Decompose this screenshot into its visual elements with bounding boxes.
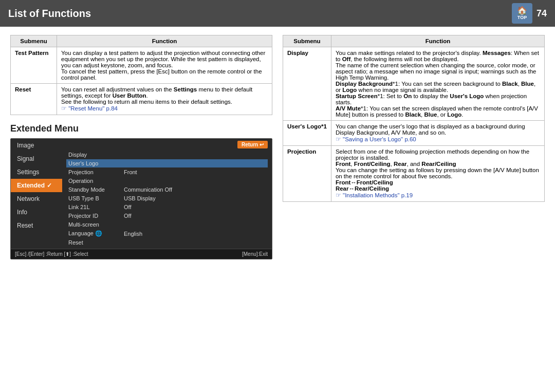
menu-ui-top: Image Signal Settings Extended ✓ <box>11 139 272 249</box>
function-users-logo: You can change the user's logo that is d… <box>331 121 544 146</box>
menu-sidebar: Image Signal Settings Extended ✓ <box>11 139 62 249</box>
menu-row-projector-id-label: Projector ID <box>68 213 120 219</box>
submenu-display: Display <box>283 47 331 121</box>
submenu-test-pattern: Test Pattern <box>11 47 57 84</box>
menu-row-standby-mode-value: Communication Off <box>124 186 172 193</box>
sidebar-item-signal[interactable]: Signal <box>11 152 62 165</box>
menu-row-reset-label: Reset <box>68 239 120 246</box>
menu-row-display[interactable]: Display <box>66 151 268 159</box>
menu-row-projection-label: Projection <box>68 169 120 175</box>
menu-row-reset[interactable]: Reset <box>66 238 268 247</box>
page-title: List of Functions <box>8 8 91 20</box>
sidebar-item-settings-label: Settings <box>17 169 39 176</box>
menu-row-users-logo[interactable]: User's Logo <box>66 159 268 167</box>
menu-row-multi-screen-label: Multi-screen <box>68 221 120 228</box>
left-table: Submenu Function Test Pattern You can di… <box>10 35 272 115</box>
menu-row-link21l-value: Off <box>124 204 131 210</box>
menu-content-header: Return ↩ <box>66 141 268 148</box>
function-reset: You can reset all adjustment values on t… <box>57 84 272 115</box>
extended-menu-section: Extended Menu Image Signal Settings <box>10 123 272 259</box>
return-button[interactable]: Return ↩ <box>237 141 268 148</box>
sidebar-item-image[interactable]: Image <box>11 139 62 152</box>
left-table-col2-header: Function <box>57 35 272 47</box>
menu-row-usb-type-b-label: USB Type B <box>68 195 120 201</box>
menu-row-display-label: Display <box>68 152 120 158</box>
sidebar-item-network-label: Network <box>17 195 40 202</box>
menu-footer-left: [Esc] /[Enter] :Return [⬆] :Select <box>15 251 88 257</box>
saving-users-logo-ref: ☞ "Saving a User's Logo" p.60 <box>336 136 416 142</box>
menu-row-projection-value: Front <box>124 169 137 175</box>
menu-row-projection[interactable]: Projection Front <box>66 168 268 176</box>
menu-row-users-logo-label: User's Logo <box>68 160 120 166</box>
left-column: Submenu Function Test Pattern You can di… <box>10 35 272 384</box>
menu-row-standby-mode-label: Standby Mode <box>68 186 120 193</box>
table-row: Display You can make settings related to… <box>283 47 545 121</box>
top-label: TOP <box>517 15 527 20</box>
menu-row-multi-screen[interactable]: Multi-screen <box>66 220 268 229</box>
table-row: Test Pattern You can display a test patt… <box>11 47 272 84</box>
function-test-pattern: You can display a test pattern to adjust… <box>57 47 272 84</box>
sidebar-item-image-label: Image <box>17 142 34 149</box>
sidebar-item-settings[interactable]: Settings <box>11 165 62 179</box>
extended-menu-title: Extended Menu <box>10 123 272 134</box>
extended-check-icon: ✓ <box>47 182 52 189</box>
sidebar-item-extended[interactable]: Extended ✓ <box>11 179 62 192</box>
main-content: Submenu Function Test Pattern You can di… <box>0 27 555 392</box>
menu-row-language-value: English <box>124 231 142 237</box>
header-right: 🏠 TOP 74 <box>512 3 547 24</box>
sidebar-item-reset-label: Reset <box>17 222 33 229</box>
menu-row-language[interactable]: Language 🌐 English <box>66 229 268 238</box>
right-table-col1-header: Submenu <box>283 35 331 47</box>
sidebar-item-signal-label: Signal <box>17 155 34 162</box>
sidebar-item-info-label: Info <box>17 209 27 216</box>
table-row: Projection Select from one of the follow… <box>283 146 545 202</box>
menu-rows: Display User's Logo Projection Front Ope… <box>66 151 268 247</box>
menu-footer: [Esc] /[Enter] :Return [⬆] :Select [Menu… <box>11 249 272 259</box>
menu-row-language-label: Language 🌐 <box>68 230 120 237</box>
installation-methods-ref: ☞ "Installation Methods" p.19 <box>336 192 413 198</box>
submenu-reset: Reset <box>11 84 57 115</box>
right-table: Submenu Function Display You can make se… <box>283 35 545 202</box>
menu-row-link21l-label: Link 21L <box>68 204 120 210</box>
menu-row-operation-label: Operation <box>68 178 120 184</box>
top-badge: 🏠 TOP <box>512 3 532 24</box>
menu-row-usb-type-b[interactable]: USB Type B USB Display <box>66 194 268 202</box>
menu-ui: Image Signal Settings Extended ✓ <box>10 138 272 259</box>
table-row: Reset You can reset all adjustment value… <box>11 84 272 115</box>
menu-footer-right: [Menu]:Exit <box>242 251 268 257</box>
table-row: User's Logo*1 You can change the user's … <box>283 121 545 146</box>
sidebar-item-extended-label: Extended <box>17 182 45 189</box>
right-table-col2-header: Function <box>331 35 544 47</box>
menu-row-projector-id-value: Off <box>124 213 131 219</box>
menu-row-projector-id[interactable]: Projector ID Off <box>66 212 268 220</box>
top-badge-icon: 🏠 <box>517 7 527 15</box>
function-projection: Select from one of the following project… <box>331 146 544 202</box>
menu-row-standby-mode[interactable]: Standby Mode Communication Off <box>66 185 268 194</box>
reset-menu-ref: ☞ "Reset Menu" p.84 <box>61 105 118 111</box>
sidebar-item-reset[interactable]: Reset <box>11 219 62 232</box>
function-display: You can make settings related to the pro… <box>331 47 544 121</box>
right-column: Submenu Function Display You can make se… <box>283 35 545 384</box>
menu-row-usb-type-b-value: USB Display <box>124 195 156 201</box>
menu-content: Return ↩ Display User's Logo Projection <box>62 139 272 249</box>
left-table-col1-header: Submenu <box>11 35 57 47</box>
sidebar-item-network[interactable]: Network <box>11 192 62 206</box>
submenu-projection: Projection <box>283 146 331 202</box>
page-number: 74 <box>536 8 547 19</box>
sidebar-item-info[interactable]: Info <box>11 206 62 219</box>
page-header: List of Functions 🏠 TOP 74 <box>0 0 555 27</box>
menu-row-link21l[interactable]: Link 21L Off <box>66 203 268 211</box>
menu-row-operation[interactable]: Operation <box>66 177 268 185</box>
submenu-users-logo: User's Logo*1 <box>283 121 331 146</box>
